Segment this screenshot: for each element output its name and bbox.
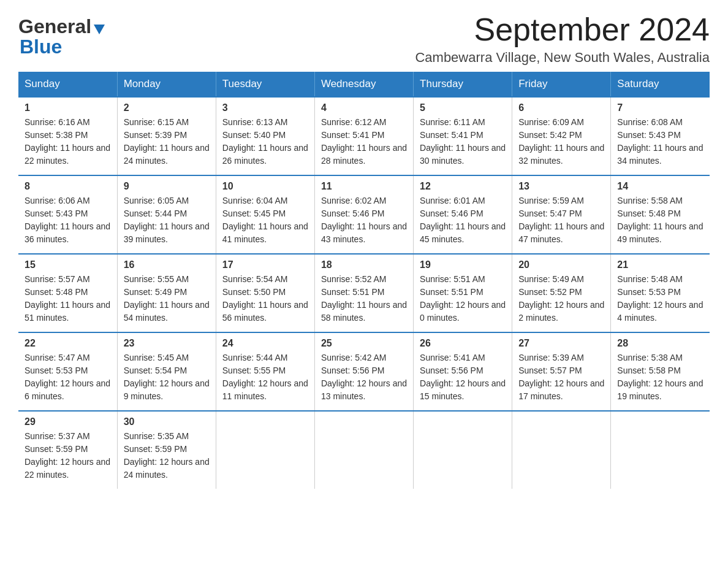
logo-triangle-icon xyxy=(94,25,105,34)
calendar-title-area: September 2024 Cambewarra Village, New S… xyxy=(415,12,710,66)
col-wednesday: Wednesday xyxy=(314,72,413,97)
day-number: 3 xyxy=(222,102,308,113)
day-number: 13 xyxy=(518,181,604,192)
calendar-week-row: 1Sunrise: 6:16 AMSunset: 5:38 PMDaylight… xyxy=(18,97,710,175)
logo-blue-text: Blue xyxy=(20,36,62,58)
day-number: 11 xyxy=(321,181,407,192)
col-tuesday: Tuesday xyxy=(216,72,314,97)
location-subtitle: Cambewarra Village, New South Wales, Aus… xyxy=(415,50,710,66)
calendar-day-cell: 11Sunrise: 6:02 AMSunset: 5:46 PMDayligh… xyxy=(314,175,413,254)
calendar-day-cell: 12Sunrise: 6:01 AMSunset: 5:46 PMDayligh… xyxy=(414,175,512,254)
col-sunday: Sunday xyxy=(18,72,117,97)
calendar-day-cell: 17Sunrise: 5:54 AMSunset: 5:50 PMDayligh… xyxy=(216,254,314,332)
page-header: General Blue September 2024 Cambewarra V… xyxy=(18,12,710,66)
day-number: 30 xyxy=(124,416,210,427)
day-info: Sunrise: 5:38 AMSunset: 5:58 PMDaylight:… xyxy=(617,351,703,403)
calendar-day-cell: 28Sunrise: 5:38 AMSunset: 5:58 PMDayligh… xyxy=(611,332,710,411)
day-number: 12 xyxy=(420,181,506,192)
day-info: Sunrise: 5:54 AMSunset: 5:50 PMDaylight:… xyxy=(222,273,308,324)
day-number: 4 xyxy=(321,102,407,113)
calendar-day-cell: 27Sunrise: 5:39 AMSunset: 5:57 PMDayligh… xyxy=(512,332,611,411)
calendar-day-cell: 23Sunrise: 5:45 AMSunset: 5:54 PMDayligh… xyxy=(117,332,216,411)
day-info: Sunrise: 6:13 AMSunset: 5:40 PMDaylight:… xyxy=(222,116,308,167)
day-info: Sunrise: 5:39 AMSunset: 5:57 PMDaylight:… xyxy=(518,351,604,403)
day-info: Sunrise: 5:59 AMSunset: 5:47 PMDaylight:… xyxy=(518,194,604,246)
day-info: Sunrise: 5:55 AMSunset: 5:49 PMDaylight:… xyxy=(124,273,210,324)
calendar-day-cell: 22Sunrise: 5:47 AMSunset: 5:53 PMDayligh… xyxy=(18,332,117,411)
day-number: 10 xyxy=(222,181,308,192)
day-number: 18 xyxy=(321,259,407,270)
col-thursday: Thursday xyxy=(414,72,512,97)
calendar-week-row: 29Sunrise: 5:37 AMSunset: 5:59 PMDayligh… xyxy=(18,411,710,489)
calendar-day-cell: 25Sunrise: 5:42 AMSunset: 5:56 PMDayligh… xyxy=(314,332,413,411)
day-number: 21 xyxy=(617,259,703,270)
calendar-day-cell: 26Sunrise: 5:41 AMSunset: 5:56 PMDayligh… xyxy=(414,332,512,411)
calendar-day-cell: 30Sunrise: 5:35 AMSunset: 5:59 PMDayligh… xyxy=(117,411,216,489)
calendar-day-cell: 14Sunrise: 5:58 AMSunset: 5:48 PMDayligh… xyxy=(611,175,710,254)
day-info: Sunrise: 6:01 AMSunset: 5:46 PMDaylight:… xyxy=(420,194,506,246)
day-info: Sunrise: 5:47 AMSunset: 5:53 PMDaylight:… xyxy=(25,351,111,403)
day-info: Sunrise: 5:44 AMSunset: 5:55 PMDaylight:… xyxy=(222,351,308,403)
logo: General Blue xyxy=(18,12,105,58)
calendar-day-cell: 2Sunrise: 6:15 AMSunset: 5:39 PMDaylight… xyxy=(117,97,216,175)
day-info: Sunrise: 5:41 AMSunset: 5:56 PMDaylight:… xyxy=(420,351,506,403)
day-number: 22 xyxy=(25,338,111,349)
calendar-day-cell: 4Sunrise: 6:12 AMSunset: 5:41 PMDaylight… xyxy=(314,97,413,175)
col-saturday: Saturday xyxy=(611,72,710,97)
day-info: Sunrise: 6:05 AMSunset: 5:44 PMDaylight:… xyxy=(124,194,210,246)
calendar-day-cell xyxy=(611,411,710,489)
calendar-day-cell: 29Sunrise: 5:37 AMSunset: 5:59 PMDayligh… xyxy=(18,411,117,489)
calendar-day-cell xyxy=(216,411,314,489)
day-number: 1 xyxy=(25,102,111,113)
calendar-day-cell: 3Sunrise: 6:13 AMSunset: 5:40 PMDaylight… xyxy=(216,97,314,175)
days-of-week-row: Sunday Monday Tuesday Wednesday Thursday… xyxy=(18,72,710,97)
day-info: Sunrise: 5:35 AMSunset: 5:59 PMDaylight:… xyxy=(124,430,210,481)
day-number: 26 xyxy=(420,338,506,349)
day-info: Sunrise: 6:08 AMSunset: 5:43 PMDaylight:… xyxy=(617,116,703,167)
calendar-day-cell: 8Sunrise: 6:06 AMSunset: 5:43 PMDaylight… xyxy=(18,175,117,254)
calendar-day-cell: 20Sunrise: 5:49 AMSunset: 5:52 PMDayligh… xyxy=(512,254,611,332)
day-number: 14 xyxy=(617,181,703,192)
calendar-day-cell: 21Sunrise: 5:48 AMSunset: 5:53 PMDayligh… xyxy=(611,254,710,332)
day-info: Sunrise: 5:57 AMSunset: 5:48 PMDaylight:… xyxy=(25,273,111,324)
calendar-day-cell: 9Sunrise: 6:05 AMSunset: 5:44 PMDaylight… xyxy=(117,175,216,254)
calendar-day-cell xyxy=(414,411,512,489)
day-info: Sunrise: 5:58 AMSunset: 5:48 PMDaylight:… xyxy=(617,194,703,246)
day-info: Sunrise: 6:15 AMSunset: 5:39 PMDaylight:… xyxy=(124,116,210,167)
calendar-day-cell: 19Sunrise: 5:51 AMSunset: 5:51 PMDayligh… xyxy=(414,254,512,332)
month-year-title: September 2024 xyxy=(415,12,710,47)
calendar-day-cell: 18Sunrise: 5:52 AMSunset: 5:51 PMDayligh… xyxy=(314,254,413,332)
calendar-day-cell: 13Sunrise: 5:59 AMSunset: 5:47 PMDayligh… xyxy=(512,175,611,254)
day-number: 2 xyxy=(124,102,210,113)
calendar-body: 1Sunrise: 6:16 AMSunset: 5:38 PMDaylight… xyxy=(18,97,710,489)
day-number: 25 xyxy=(321,338,407,349)
logo-general-text: General xyxy=(18,15,91,38)
day-number: 6 xyxy=(518,102,604,113)
calendar-day-cell: 1Sunrise: 6:16 AMSunset: 5:38 PMDaylight… xyxy=(18,97,117,175)
day-info: Sunrise: 6:16 AMSunset: 5:38 PMDaylight:… xyxy=(25,116,111,167)
calendar-day-cell: 24Sunrise: 5:44 AMSunset: 5:55 PMDayligh… xyxy=(216,332,314,411)
day-info: Sunrise: 5:48 AMSunset: 5:53 PMDaylight:… xyxy=(617,273,703,324)
day-info: Sunrise: 5:37 AMSunset: 5:59 PMDaylight:… xyxy=(25,430,111,481)
calendar-day-cell: 5Sunrise: 6:11 AMSunset: 5:41 PMDaylight… xyxy=(414,97,512,175)
calendar-day-cell: 16Sunrise: 5:55 AMSunset: 5:49 PMDayligh… xyxy=(117,254,216,332)
day-info: Sunrise: 6:11 AMSunset: 5:41 PMDaylight:… xyxy=(420,116,506,167)
day-number: 9 xyxy=(124,181,210,192)
day-number: 8 xyxy=(25,181,111,192)
day-number: 24 xyxy=(222,338,308,349)
day-number: 19 xyxy=(420,259,506,270)
day-info: Sunrise: 6:06 AMSunset: 5:43 PMDaylight:… xyxy=(25,194,111,246)
day-info: Sunrise: 6:12 AMSunset: 5:41 PMDaylight:… xyxy=(321,116,407,167)
day-info: Sunrise: 5:45 AMSunset: 5:54 PMDaylight:… xyxy=(124,351,210,403)
calendar-table: Sunday Monday Tuesday Wednesday Thursday… xyxy=(18,72,710,489)
day-number: 27 xyxy=(518,338,604,349)
day-info: Sunrise: 5:42 AMSunset: 5:56 PMDaylight:… xyxy=(321,351,407,403)
calendar-day-cell: 7Sunrise: 6:08 AMSunset: 5:43 PMDaylight… xyxy=(611,97,710,175)
day-number: 20 xyxy=(518,259,604,270)
calendar-day-cell: 10Sunrise: 6:04 AMSunset: 5:45 PMDayligh… xyxy=(216,175,314,254)
calendar-week-row: 8Sunrise: 6:06 AMSunset: 5:43 PMDaylight… xyxy=(18,175,710,254)
day-number: 28 xyxy=(617,338,703,349)
calendar-header: Sunday Monday Tuesday Wednesday Thursday… xyxy=(18,72,710,97)
day-info: Sunrise: 6:09 AMSunset: 5:42 PMDaylight:… xyxy=(518,116,604,167)
day-info: Sunrise: 6:04 AMSunset: 5:45 PMDaylight:… xyxy=(222,194,308,246)
